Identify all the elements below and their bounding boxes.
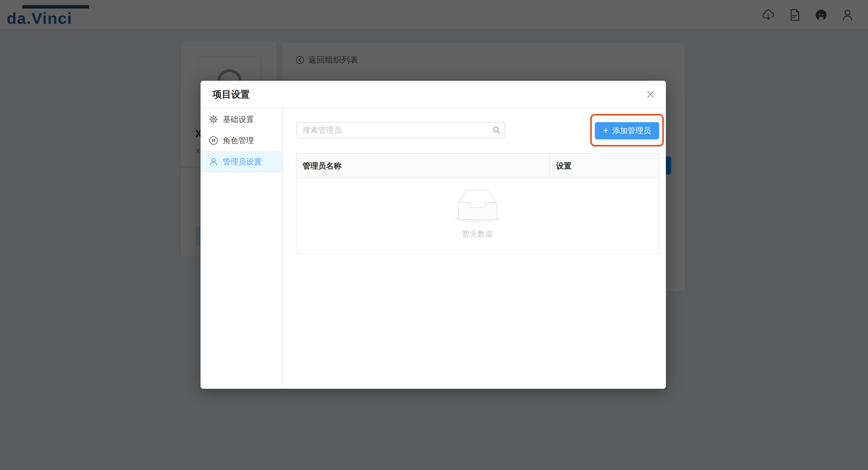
admin-table-header: 管理员名称 设置	[297, 154, 659, 178]
column-header-admin-name: 管理员名称	[297, 154, 550, 177]
menu-item-admin-settings[interactable]: 管理员设置	[200, 151, 282, 172]
empty-inbox-icon	[454, 186, 501, 225]
empty-state: 暂无数据	[297, 186, 659, 239]
modal-header: 项目设置	[200, 81, 666, 108]
menu-item-role-management[interactable]: R 角色管理	[200, 130, 282, 151]
admin-settings-panel: + 添加管理员 管理员名称 设置 暂无数据	[283, 109, 666, 389]
menu-item-label: 基础设置	[223, 114, 254, 125]
registered-letter: R	[212, 138, 215, 143]
close-icon	[646, 90, 655, 99]
person-icon	[209, 157, 218, 166]
modal-sidebar: 基础设置 R 角色管理 管理员设置	[200, 109, 283, 389]
search-admin-input[interactable]	[297, 122, 505, 138]
menu-item-basic-settings[interactable]: 基础设置	[200, 109, 282, 130]
add-admin-button-label: 添加管理员	[612, 126, 651, 136]
menu-item-label: 角色管理	[223, 135, 254, 146]
add-admin-button[interactable]: + 添加管理员	[595, 122, 659, 139]
project-settings-modal: 项目设置	[200, 81, 666, 389]
plus-icon: +	[603, 126, 609, 135]
modal-close-button[interactable]	[644, 88, 658, 101]
empty-state-text: 暂无数据	[297, 229, 659, 239]
admin-table: 管理员名称 设置 暂无数据	[296, 153, 659, 254]
modal-title: 项目设置	[213, 81, 250, 108]
search-field	[297, 122, 505, 138]
registered-icon: R	[209, 136, 218, 145]
admin-table-body: 暂无数据	[297, 178, 659, 253]
search-icon	[492, 126, 501, 135]
menu-item-label: 管理员设置	[223, 157, 262, 167]
gear-icon	[209, 115, 218, 124]
column-header-settings: 设置	[550, 154, 659, 177]
